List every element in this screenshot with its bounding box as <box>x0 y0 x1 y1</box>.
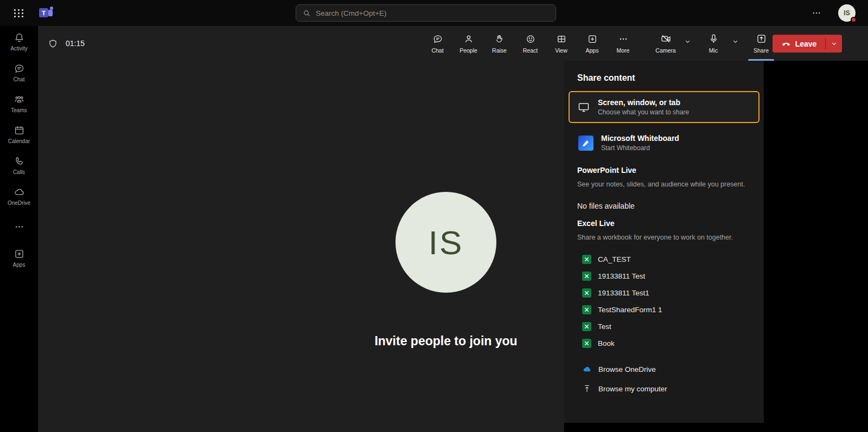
sidebar-item-label: Calls <box>13 169 25 175</box>
button-label: React <box>523 47 538 54</box>
chat-bubble-icon <box>14 63 25 74</box>
screen-option-title: Screen, window, or tab <box>598 98 689 107</box>
whiteboard-option[interactable]: Microsoft Whiteboard Start Whiteboard <box>578 134 751 152</box>
camera-off-icon <box>660 33 672 44</box>
apps-button[interactable]: Apps <box>577 26 608 61</box>
more-horizontal-icon <box>812 8 821 18</box>
excel-file-item[interactable]: Book <box>564 335 764 352</box>
excel-icon <box>582 339 591 348</box>
search-icon <box>303 9 311 17</box>
file-name: Test <box>598 323 611 331</box>
meeting-timer: 01:15 <box>66 39 85 48</box>
whiteboard-option-text: Microsoft Whiteboard Start Whiteboard <box>601 134 679 152</box>
whiteboard-title: Microsoft Whiteboard <box>601 134 679 143</box>
button-label: More <box>617 47 630 54</box>
no-files-message: No files available <box>577 202 751 210</box>
browse-computer-button[interactable]: Browse my computer <box>564 379 764 398</box>
sidebar-item-calls[interactable]: Calls <box>0 150 38 180</box>
sidebar-item-label: Teams <box>11 107 27 113</box>
app-launcher-button[interactable] <box>0 0 38 26</box>
screen-option-text: Screen, window, or tab Choose what you w… <box>598 98 689 116</box>
sidebar-item-label: OneDrive <box>8 200 30 206</box>
sidebar-item-label: Chat <box>13 76 24 82</box>
status-busy-dot <box>851 17 857 23</box>
sidebar-item-more[interactable] <box>0 211 38 242</box>
excel-file-item[interactable]: 19133811 Test1 <box>564 285 764 301</box>
browse-onedrive-label: Browse OneDrive <box>598 365 656 373</box>
button-label: Apps <box>586 47 599 54</box>
sidebar-item-apps[interactable]: Apps <box>0 242 38 273</box>
leave-label: Leave <box>795 40 817 48</box>
share-screen-option[interactable]: Screen, window, or tab Choose what you w… <box>569 91 760 123</box>
sidebar-item-label: Activity <box>10 46 28 51</box>
calendar-icon <box>14 125 25 136</box>
browse-onedrive-button[interactable]: Browse OneDrive <box>564 359 764 379</box>
chat-button[interactable]: Chat <box>422 26 453 61</box>
sidebar-item-onedrive[interactable]: OneDrive <box>0 180 38 211</box>
excel-icon <box>582 272 591 281</box>
device-controls: Camera Mic Share <box>650 26 777 61</box>
chevron-down-icon <box>732 38 739 45</box>
mic-button[interactable]: Mic <box>698 26 729 61</box>
whiteboard-icon <box>578 136 593 151</box>
teams-meeting-window: { "topbar": { "search_placeholder": "Sea… <box>0 0 868 432</box>
sidebar-item-teams[interactable]: Teams <box>0 88 38 119</box>
excel-live-description: Share a workbook for everyone to work on… <box>577 232 750 243</box>
leave-button[interactable]: Leave <box>773 35 842 53</box>
file-name: Book <box>598 339 615 347</box>
excel-live-heading: Excel Live <box>577 219 751 228</box>
raise-hand-icon <box>494 34 505 44</box>
share-up-icon <box>756 33 767 44</box>
sidebar-item-label: Apps <box>13 262 25 268</box>
sidebar-item-chat[interactable]: Chat <box>0 57 38 88</box>
sidebar-item-activity[interactable]: Activity <box>0 26 38 57</box>
file-name: 19133811 Test1 <box>598 289 649 297</box>
view-grid-icon <box>556 34 567 44</box>
chevron-down-icon <box>831 40 838 47</box>
button-label: Chat <box>431 47 443 54</box>
excel-file-item[interactable]: 19133811 Test <box>564 268 764 285</box>
sidebar-item-calendar[interactable]: Calendar <box>0 119 38 150</box>
app-sidebar: Activity Chat Teams Calendar Calls OneDr… <box>0 26 38 432</box>
button-label: Share <box>754 47 769 54</box>
share-panel-title: Share content <box>577 73 751 83</box>
hang-up-phone-icon <box>781 39 791 49</box>
excel-file-item[interactable]: TestSharedForm1 1 <box>564 301 764 318</box>
bell-icon <box>14 32 25 43</box>
file-name: 19133811 Test <box>598 272 645 280</box>
button-label: Camera <box>655 47 675 54</box>
leave-button-main[interactable]: Leave <box>773 35 825 53</box>
screen-option-subtitle: Choose what you want to share <box>598 108 689 116</box>
react-button[interactable]: React <box>515 26 546 61</box>
people-button[interactable]: People <box>453 26 484 61</box>
topbar-more-button[interactable] <box>812 0 821 26</box>
excel-file-item[interactable]: CA_TEST <box>564 251 764 268</box>
chat-bubble-icon <box>432 34 443 44</box>
excel-icon <box>582 305 591 314</box>
excel-file-list: CA_TEST 19133811 Test 19133811 Test1 Tes… <box>564 251 764 352</box>
camera-options-chevron[interactable] <box>681 24 693 59</box>
more-horizontal-icon <box>14 221 25 233</box>
teams-logo: T <box>39 6 53 20</box>
button-label: Raise <box>492 47 507 54</box>
whiteboard-subtitle: Start Whiteboard <box>601 144 679 152</box>
mic-options-chevron[interactable] <box>729 24 741 59</box>
profile-avatar[interactable]: IS <box>838 4 856 22</box>
more-button[interactable]: More <box>608 26 639 61</box>
view-button[interactable]: View <box>546 26 577 61</box>
search-box[interactable] <box>296 4 556 22</box>
invite-message: Invite people to join you <box>374 334 517 349</box>
button-label: View <box>555 47 567 54</box>
file-name: TestSharedForm1 1 <box>598 306 662 314</box>
raise-hand-button[interactable]: Raise <box>484 26 515 61</box>
apps-plus-icon <box>587 34 598 44</box>
file-name: CA_TEST <box>598 255 631 263</box>
excel-file-item[interactable]: Test <box>564 318 764 335</box>
leave-options-chevron[interactable] <box>826 35 842 53</box>
camera-button[interactable]: Camera <box>650 26 681 61</box>
search-input[interactable] <box>316 9 549 17</box>
teams-logo-accent <box>48 10 53 16</box>
cloud-icon <box>14 186 25 198</box>
meeting-stage: IS Invite people to join you <box>38 61 564 432</box>
smiley-icon <box>525 34 536 44</box>
